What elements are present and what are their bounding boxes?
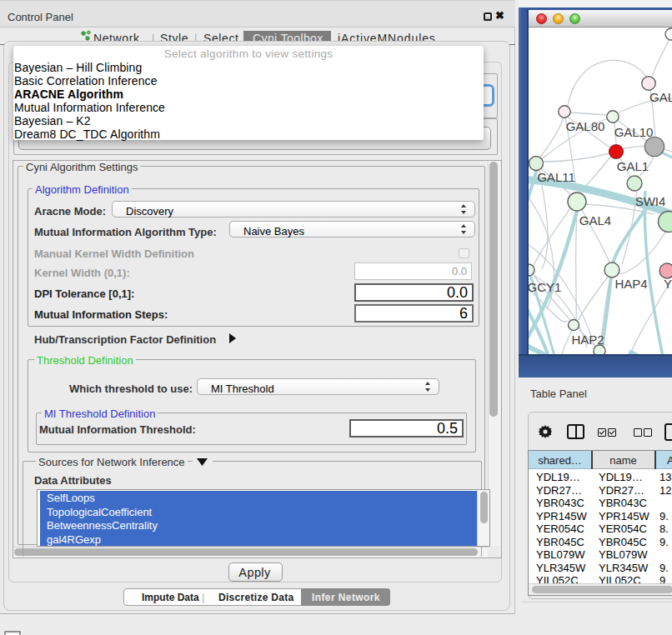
svg-text:SWI4: SWI4 — [635, 194, 666, 208]
svg-text:GAL7: GAL7 — [649, 90, 672, 104]
svg-text:Y: Y — [664, 277, 672, 291]
svg-text:HAP4: HAP4 — [614, 277, 647, 291]
svg-text:GAL11: GAL11 — [537, 170, 575, 184]
svg-text:HAP2: HAP2 — [571, 332, 604, 347]
svg-text:GAL1: GAL1 — [617, 159, 649, 173]
svg-text:GCY1: GCY1 — [529, 280, 561, 294]
svg-text:GAL80: GAL80 — [566, 119, 605, 133]
svg-text:GAL10: GAL10 — [614, 125, 654, 139]
svg-text:GAL4: GAL4 — [579, 213, 611, 228]
